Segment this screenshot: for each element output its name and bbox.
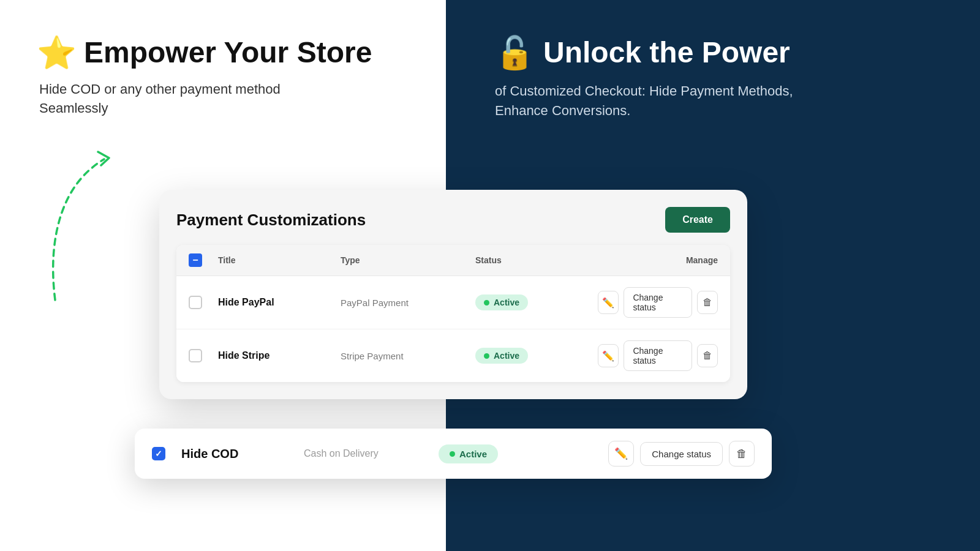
col-status: Status bbox=[475, 255, 598, 265]
edit-button-paypal[interactable]: ✏️ bbox=[598, 291, 619, 314]
right-subtitle: of Customized Checkout: Hide Payment Met… bbox=[495, 81, 838, 121]
row-type-cod: Cash on Delivery bbox=[304, 448, 439, 459]
status-text-cod: Active bbox=[459, 449, 487, 459]
right-hero-title: 🔓 Unlock the Power bbox=[495, 37, 943, 69]
row-status-paypal: Active bbox=[475, 294, 598, 310]
left-title-text: Empower Your Store bbox=[84, 37, 372, 69]
status-text: Active bbox=[494, 298, 519, 307]
create-button[interactable]: Create bbox=[665, 207, 730, 233]
delete-button-stripe[interactable]: 🗑 bbox=[697, 344, 718, 367]
status-dot bbox=[484, 300, 489, 305]
row-title-stripe: Hide Stripe bbox=[218, 350, 341, 361]
row-actions-stripe: ✏️ Change status 🗑 bbox=[598, 340, 718, 371]
row-actions-paypal: ✏️ Change status 🗑 bbox=[598, 287, 718, 318]
col-title: Title bbox=[218, 255, 341, 265]
card-header: Payment Customizations Create bbox=[176, 207, 730, 233]
lock-icon: 🔓 bbox=[495, 37, 535, 69]
col-type: Type bbox=[341, 255, 475, 265]
row-checkbox-stripe[interactable] bbox=[189, 349, 202, 362]
row-type-paypal: PayPal Payment bbox=[341, 298, 475, 308]
cod-highlighted-row: Hide COD Cash on Delivery Active ✏️ Chan… bbox=[135, 429, 772, 479]
col-manage: Manage bbox=[598, 255, 718, 265]
status-dot bbox=[484, 353, 489, 359]
row-status-stripe: Active bbox=[475, 348, 598, 364]
row-type-stripe: Stripe Payment bbox=[341, 351, 475, 361]
left-hero-title: ⭐ Empower Your Store bbox=[37, 37, 409, 69]
main-card: Payment Customizations Create Title Type… bbox=[159, 190, 747, 399]
status-text: Active bbox=[494, 351, 519, 361]
right-title-text: Unlock the Power bbox=[543, 37, 790, 69]
table-row: Hide PayPal PayPal Payment Active ✏️ Cha… bbox=[176, 276, 730, 329]
left-subtitle: Hide COD or any other payment method Sea… bbox=[39, 80, 284, 118]
edit-button-cod[interactable]: ✏️ bbox=[608, 441, 634, 467]
dashed-arrow bbox=[37, 141, 172, 312]
row-checkbox-paypal[interactable] bbox=[189, 296, 202, 309]
star-icon: ⭐ bbox=[37, 37, 77, 69]
row-title-paypal: Hide PayPal bbox=[218, 297, 341, 308]
row-checkbox-cod[interactable] bbox=[152, 447, 165, 460]
table-header: Title Type Status Manage bbox=[176, 245, 730, 276]
row-actions-cod: ✏️ Change status 🗑 bbox=[561, 441, 755, 467]
payment-table: Title Type Status Manage Hide PayPal Pay… bbox=[176, 245, 730, 382]
row-title-cod: Hide COD bbox=[181, 447, 304, 461]
table-row: Hide Stripe Stripe Payment Active ✏️ Cha… bbox=[176, 329, 730, 382]
status-dot-cod bbox=[450, 451, 455, 457]
change-status-button-stripe[interactable]: Change status bbox=[624, 340, 692, 371]
row-status-cod: Active bbox=[439, 444, 561, 463]
edit-button-stripe[interactable]: ✏️ bbox=[598, 344, 619, 367]
card-container: Payment Customizations Create Title Type… bbox=[159, 190, 747, 399]
delete-button-paypal[interactable]: 🗑 bbox=[697, 291, 718, 314]
card-title: Payment Customizations bbox=[176, 211, 366, 230]
select-all-checkbox[interactable] bbox=[189, 253, 202, 267]
change-status-button-paypal[interactable]: Change status bbox=[624, 287, 692, 318]
change-status-button-cod[interactable]: Change status bbox=[640, 442, 723, 466]
delete-button-cod[interactable]: 🗑 bbox=[729, 441, 755, 467]
